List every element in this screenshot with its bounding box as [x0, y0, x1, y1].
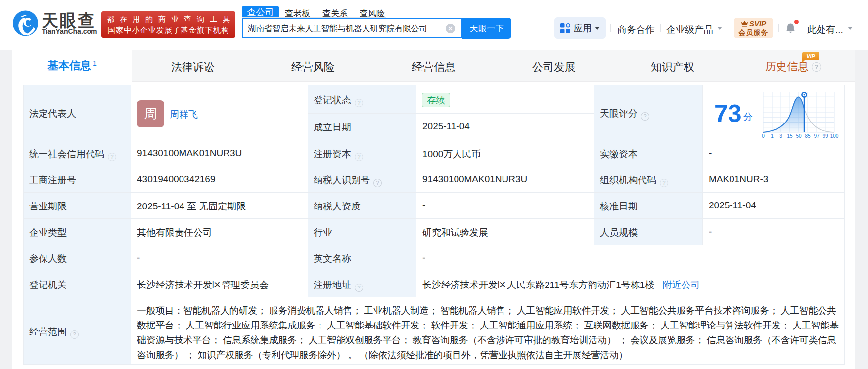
svg-text:99: 99 [822, 133, 828, 139]
svg-text:85: 85 [805, 133, 811, 139]
svg-text:0: 0 [762, 133, 765, 139]
svg-text:50: 50 [796, 133, 802, 139]
svg-text:97: 97 [814, 133, 820, 139]
svg-text:3: 3 [779, 133, 782, 139]
svg-text:100: 100 [830, 133, 839, 139]
svg-text:1: 1 [771, 133, 774, 139]
svg-text:15: 15 [787, 133, 793, 139]
